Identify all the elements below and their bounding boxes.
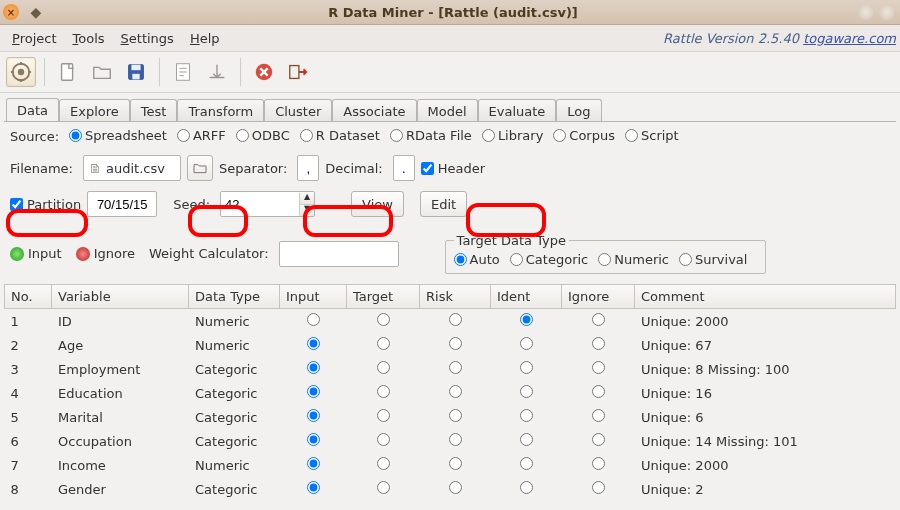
col-ignore[interactable]: Ignore (562, 285, 635, 309)
source-option-script[interactable]: Script (625, 128, 679, 143)
role-target-radio[interactable] (377, 385, 390, 398)
seed-up[interactable]: ▲ (300, 193, 314, 205)
role-target-radio[interactable] (377, 337, 390, 350)
window-maximize-button[interactable] (879, 4, 895, 20)
role-target-radio[interactable] (377, 409, 390, 422)
role-ignore-radio[interactable] (592, 409, 605, 422)
seed-spinner[interactable]: ▲▼ (220, 191, 315, 217)
table-row[interactable]: 3EmploymentCategoricUnique: 8 Missing: 1… (5, 357, 896, 381)
role-risk-radio[interactable] (449, 361, 462, 374)
tab-cluster[interactable]: Cluster (264, 99, 332, 122)
brand-link[interactable]: togaware.com (803, 31, 896, 46)
role-risk-radio[interactable] (449, 409, 462, 422)
role-target-radio[interactable] (377, 361, 390, 374)
role-risk-radio[interactable] (449, 385, 462, 398)
role-input-radio[interactable] (307, 409, 320, 422)
menu-project[interactable]: Project (4, 28, 65, 49)
table-row[interactable]: 6OccupationCategoricUnique: 14 Missing: … (5, 429, 896, 453)
tab-data[interactable]: Data (6, 98, 59, 122)
tdt-option-auto[interactable]: Auto (454, 252, 500, 267)
role-risk-radio[interactable] (449, 313, 462, 326)
role-risk-radio[interactable] (449, 457, 462, 470)
role-target-radio[interactable] (377, 313, 390, 326)
role-ident-radio[interactable] (520, 481, 533, 494)
decimal-input[interactable] (393, 155, 415, 181)
source-option-rdata-file[interactable]: RData File (390, 128, 472, 143)
role-ignore-radio[interactable] (592, 337, 605, 350)
role-ignore-radio[interactable] (592, 457, 605, 470)
separator-input[interactable] (297, 155, 319, 181)
filename-field[interactable]: 🗎 audit.csv (83, 155, 181, 181)
role-target-radio[interactable] (377, 457, 390, 470)
source-option-r-dataset[interactable]: R Dataset (300, 128, 380, 143)
header-checkbox[interactable] (421, 162, 434, 175)
role-ident-radio[interactable] (520, 385, 533, 398)
table-row[interactable]: 1IDNumericUnique: 2000 (5, 309, 896, 334)
input-role-indicator[interactable]: Input (10, 246, 62, 261)
role-ignore-radio[interactable] (592, 361, 605, 374)
role-input-radio[interactable] (307, 313, 320, 326)
weight-input[interactable] (279, 241, 399, 267)
save-button[interactable] (121, 57, 151, 87)
tab-model[interactable]: Model (417, 99, 478, 122)
role-ignore-radio[interactable] (592, 385, 605, 398)
open-button[interactable] (87, 57, 117, 87)
role-ident-radio[interactable] (520, 361, 533, 374)
menu-tools[interactable]: Tools (65, 28, 113, 49)
tab-evaluate[interactable]: Evaluate (478, 99, 557, 122)
table-row[interactable]: 7IncomeNumericUnique: 2000 (5, 453, 896, 477)
window-close-button[interactable]: × (3, 4, 19, 20)
role-input-radio[interactable] (307, 361, 320, 374)
col-risk[interactable]: Risk (420, 285, 491, 309)
seed-down[interactable]: ▼ (300, 205, 314, 216)
quit-button[interactable] (283, 57, 313, 87)
col-variable[interactable]: Variable (52, 285, 189, 309)
role-risk-radio[interactable] (449, 433, 462, 446)
role-input-radio[interactable] (307, 385, 320, 398)
source-option-odbc[interactable]: ODBC (236, 128, 290, 143)
tab-test[interactable]: Test (130, 99, 178, 122)
source-option-arff[interactable]: ARFF (177, 128, 226, 143)
view-button[interactable]: View (351, 191, 404, 217)
col-ident[interactable]: Ident (491, 285, 562, 309)
new-button[interactable] (53, 57, 83, 87)
role-input-radio[interactable] (307, 337, 320, 350)
source-option-library[interactable]: Library (482, 128, 543, 143)
role-target-radio[interactable] (377, 433, 390, 446)
role-ignore-radio[interactable] (592, 313, 605, 326)
role-target-radio[interactable] (377, 481, 390, 494)
col-comment[interactable]: Comment (635, 285, 896, 309)
role-ident-radio[interactable] (520, 313, 533, 326)
role-input-radio[interactable] (307, 457, 320, 470)
role-ident-radio[interactable] (520, 457, 533, 470)
tdt-option-survival[interactable]: Survival (679, 252, 747, 267)
table-row[interactable]: 8GenderCategoricUnique: 2 (5, 477, 896, 501)
col-target[interactable]: Target (347, 285, 420, 309)
tab-explore[interactable]: Explore (59, 99, 130, 122)
report-button[interactable] (168, 57, 198, 87)
role-ignore-radio[interactable] (592, 481, 605, 494)
tab-transform[interactable]: Transform (177, 99, 264, 122)
col-no[interactable]: No. (5, 285, 52, 309)
tab-associate[interactable]: Associate (332, 99, 416, 122)
table-row[interactable]: 4EducationCategoricUnique: 16 (5, 381, 896, 405)
role-ident-radio[interactable] (520, 409, 533, 422)
role-input-radio[interactable] (307, 433, 320, 446)
window-minimize-button[interactable] (858, 4, 874, 20)
seed-input[interactable] (221, 192, 299, 216)
tab-log[interactable]: Log (556, 99, 601, 122)
role-risk-radio[interactable] (449, 337, 462, 350)
role-ignore-radio[interactable] (592, 433, 605, 446)
role-ident-radio[interactable] (520, 337, 533, 350)
role-ident-radio[interactable] (520, 433, 533, 446)
edit-button[interactable]: Edit (420, 191, 467, 217)
role-risk-radio[interactable] (449, 481, 462, 494)
table-row[interactable]: 5MaritalCategoricUnique: 6 (5, 405, 896, 429)
col-datatype[interactable]: Data Type (189, 285, 280, 309)
tdt-option-categoric[interactable]: Categoric (510, 252, 588, 267)
execute-button[interactable] (6, 57, 36, 87)
source-option-spreadsheet[interactable]: Spreadsheet (69, 128, 167, 143)
file-browse-button[interactable] (187, 155, 213, 181)
stop-button[interactable] (249, 57, 279, 87)
menu-settings[interactable]: Settings (113, 28, 182, 49)
